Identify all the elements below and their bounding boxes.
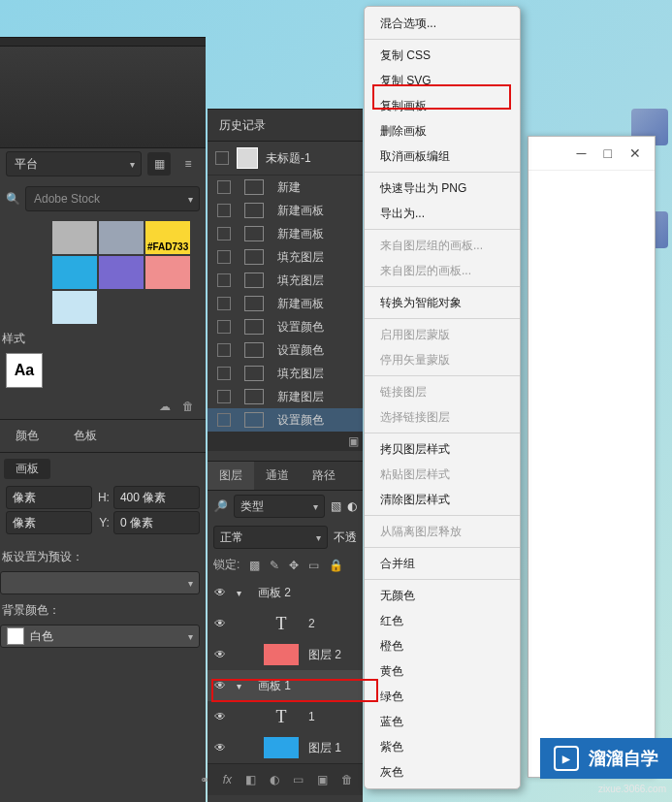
menu-item[interactable]: 拷贝图层样式 — [365, 436, 520, 462]
menu-item[interactable]: 导出为... — [365, 201, 520, 226]
menu-item[interactable]: 复制画板... — [365, 93, 520, 118]
lock-all-icon[interactable]: 🔒 — [329, 559, 343, 572]
layer-row[interactable]: 👁图层 1 — [208, 732, 363, 763]
visibility-toggle-icon[interactable]: 👁 — [213, 679, 227, 692]
grid-view-icon[interactable]: ▦ — [147, 152, 171, 176]
visibility-toggle-icon[interactable]: 👁 — [213, 710, 227, 723]
color-swatch[interactable] — [145, 256, 190, 289]
menu-item[interactable]: 灰色 — [365, 759, 520, 785]
height-input[interactable]: 400 像素 — [113, 486, 200, 509]
x-input[interactable]: 像素 — [6, 511, 92, 534]
color-swatch[interactable]: #FAD733 — [145, 221, 190, 254]
menu-item[interactable]: 转换为智能对象 — [365, 290, 520, 315]
history-item[interactable]: 新建图层 — [208, 385, 363, 408]
mask-icon[interactable]: ◧ — [245, 773, 256, 786]
layer-row[interactable]: 👁T2 — [208, 608, 363, 639]
history-item[interactable]: 设置颜色 — [208, 315, 363, 338]
visibility-toggle-icon[interactable]: 👁 — [213, 648, 227, 661]
menu-item[interactable]: 绿色 — [365, 684, 520, 709]
cloud-sync-icon[interactable]: ☁ — [159, 400, 171, 413]
menu-item[interactable]: 清除图层样式 — [365, 487, 520, 512]
link-layers-icon[interactable]: ⚭ — [200, 773, 209, 786]
history-item[interactable]: 设置颜色 — [208, 338, 363, 362]
history-item[interactable]: 新建画板 — [208, 222, 363, 245]
snapshot-checkbox[interactable] — [215, 151, 229, 165]
paragraph-style-sample[interactable]: Aa — [6, 353, 43, 388]
artboard-row[interactable]: 👁▾画板 1 — [208, 670, 363, 701]
visibility-toggle-icon[interactable]: 👁 — [213, 586, 227, 599]
lock-artboard-icon[interactable]: ▭ — [308, 559, 319, 572]
layer-row[interactable]: 👁T1 — [208, 701, 363, 732]
tab-swatches[interactable]: 色板 — [62, 426, 109, 446]
menu-item[interactable]: 取消画板编组 — [365, 144, 520, 169]
menu-item[interactable]: 混合选项... — [365, 11, 520, 36]
preset-select[interactable]: ▾ — [0, 571, 200, 594]
menu-item[interactable]: 快速导出为 PNG — [365, 176, 520, 201]
history-checkbox[interactable] — [217, 413, 231, 427]
history-item[interactable]: 填充图层 — [208, 245, 363, 269]
tab-layers[interactable]: 图层 — [208, 462, 254, 490]
lock-move-icon[interactable]: ✥ — [289, 559, 299, 572]
trash-icon[interactable]: 🗑 — [341, 773, 353, 786]
new-layer-icon[interactable]: ▣ — [317, 773, 328, 786]
libraries-dropdown[interactable]: 平台 ▾ — [6, 151, 142, 176]
artboard-row[interactable]: 👁▾画板 2 — [208, 577, 363, 608]
color-swatch[interactable] — [52, 221, 97, 254]
document-thumb[interactable] — [237, 147, 258, 169]
create-document-icon[interactable]: ▣ — [348, 434, 359, 448]
menu-item[interactable]: 删除画板 — [365, 118, 520, 144]
list-view-icon[interactable]: ≡ — [176, 152, 200, 176]
history-checkbox[interactable] — [217, 367, 231, 380]
history-checkbox[interactable] — [217, 250, 231, 264]
layer-row[interactable]: 👁图层 2 — [208, 639, 363, 670]
menu-item[interactable]: 橙色 — [365, 633, 520, 658]
history-item[interactable]: 新建画板 — [208, 292, 363, 315]
chevron-down-icon[interactable]: ▾ — [237, 681, 248, 691]
history-item[interactable]: 填充图层 — [208, 362, 363, 385]
trash-icon[interactable]: 🗑 — [182, 400, 194, 413]
history-checkbox[interactable] — [217, 297, 231, 310]
filter-adjust-icon[interactable]: ◐ — [347, 499, 357, 513]
color-swatch[interactable] — [52, 291, 97, 324]
history-checkbox[interactable] — [217, 204, 231, 217]
lock-brush-icon[interactable]: ✎ — [270, 559, 279, 572]
history-checkbox[interactable] — [217, 390, 231, 403]
menu-item[interactable]: 无颜色 — [365, 583, 520, 608]
tab-channels[interactable]: 通道 — [254, 462, 301, 490]
filter-image-icon[interactable]: ▧ — [331, 499, 341, 513]
menu-item[interactable]: 紫色 — [365, 734, 520, 759]
menu-item[interactable]: 合并组 — [365, 551, 520, 576]
bgcolor-select[interactable]: 白色 ▾ — [0, 625, 200, 648]
history-checkbox[interactable] — [217, 320, 231, 334]
tab-artboard[interactable]: 画板 — [4, 459, 50, 479]
fx-icon[interactable]: fx — [223, 773, 232, 786]
history-checkbox[interactable] — [217, 180, 231, 194]
menu-item[interactable]: 红色 — [365, 608, 520, 633]
history-item[interactable]: 新建 — [208, 176, 363, 199]
tab-color[interactable]: 颜色 — [4, 426, 50, 446]
menu-item[interactable]: 蓝色 — [365, 709, 520, 734]
history-item[interactable]: 填充图层 — [208, 269, 363, 292]
visibility-toggle-icon[interactable]: 👁 — [213, 741, 227, 754]
color-swatch[interactable] — [99, 256, 144, 289]
maximize-button[interactable]: □ — [604, 145, 612, 161]
visibility-toggle-icon[interactable]: 👁 — [213, 617, 227, 630]
history-checkbox[interactable] — [217, 273, 231, 287]
minimize-button[interactable]: ─ — [577, 145, 587, 161]
group-icon[interactable]: ▭ — [293, 773, 304, 786]
color-swatch[interactable] — [99, 221, 144, 254]
tab-paths[interactable]: 路径 — [301, 462, 347, 490]
y-input[interactable]: 0 像素 — [113, 511, 200, 534]
history-checkbox[interactable] — [217, 227, 231, 241]
stock-search-input[interactable]: Adobe Stock ▾ — [25, 186, 200, 211]
close-button[interactable]: ✕ — [629, 145, 641, 161]
history-item[interactable]: 设置颜色 — [208, 408, 363, 432]
menu-item[interactable]: 复制 SVG — [365, 68, 520, 93]
menu-item[interactable]: 黄色 — [365, 658, 520, 684]
color-swatch[interactable] — [52, 256, 97, 289]
history-checkbox[interactable] — [217, 343, 231, 357]
lock-trans-icon[interactable]: ▩ — [249, 559, 260, 572]
adjustment-icon[interactable]: ◐ — [270, 773, 279, 786]
menu-item[interactable]: 复制 CSS — [365, 43, 520, 68]
history-item[interactable]: 新建画板 — [208, 199, 363, 222]
